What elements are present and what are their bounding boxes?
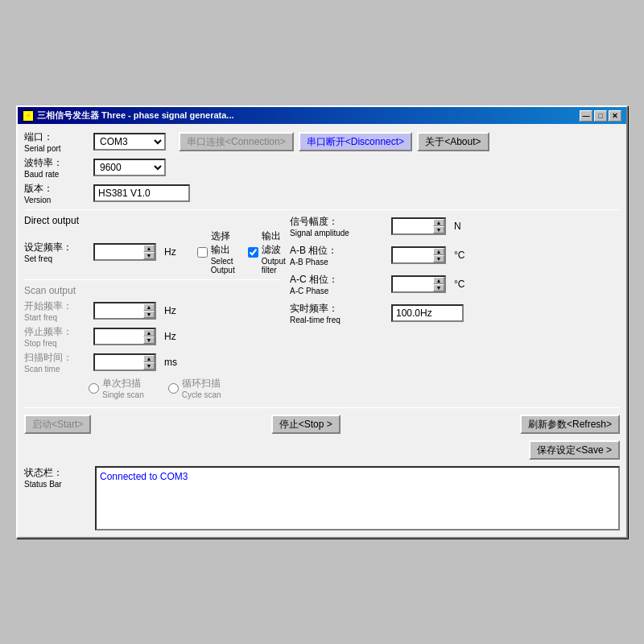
realtime-label-en: Real-time freq [290, 316, 386, 324]
about-button[interactable]: 关于<About> [417, 132, 489, 151]
title-bar: ⚡ 三相信号发生器 Three - phase signal generata.… [18, 107, 626, 124]
status-text-box: Connected to COM3 [95, 466, 620, 530]
direct-output-label: Direct output [24, 215, 282, 226]
start-freq-label-cn: 开始频率： [24, 299, 89, 313]
stop-freq-down-button[interactable]: ▼ [143, 336, 155, 344]
scan-time-label-cn: 扫描时间： [24, 351, 89, 365]
ac-phase-label-en: A-C Phase [290, 287, 386, 295]
ab-phase-down-button[interactable]: ▼ [433, 255, 444, 262]
ac-phase-input[interactable]: 240 [393, 277, 433, 291]
realtime-freq-row: 实时频率： Real-time freq 100.0Hz [290, 302, 620, 324]
main-window: ⚡ 三相信号发生器 Three - phase signal generata.… [16, 105, 628, 539]
port-label-group: 端口： Serial port [24, 130, 89, 153]
stop-freq-spinbox-buttons: ▲ ▼ [143, 329, 155, 344]
select-output-checkbox[interactable] [197, 247, 208, 258]
ac-phase-spinbox: 240 ▲ ▼ [391, 275, 446, 293]
minimize-button[interactable]: — [580, 110, 592, 122]
single-scan-group: 单次扫描 Single scan [89, 377, 144, 399]
scan-mode-row: 单次扫描 Single scan 循环扫描 Cycle scan [24, 377, 282, 399]
scan-time-row: 扫描时间： Scan time 5000 ▲ ▼ ms [24, 351, 282, 374]
ab-phase-spinbox: 120 ▲ ▼ [391, 246, 446, 264]
set-freq-down-button[interactable]: ▼ [143, 252, 155, 259]
start-freq-spinbox: 100.0 ▲ ▼ [93, 302, 156, 320]
ab-phase-input[interactable]: 120 [393, 248, 433, 262]
amplitude-up-button[interactable]: ▲ [433, 219, 444, 226]
title-controls: — □ ✕ [580, 110, 621, 122]
ac-phase-label-cn: A-C 相位： [290, 273, 386, 287]
realtime-value: 100.0Hz [391, 304, 464, 322]
right-panel: 信号幅度： Signal amplitude 60 ▲ ▼ N [290, 215, 620, 402]
baud-select[interactable]: 9600 4800 19200 38400 [93, 159, 166, 176]
status-label-cn: 状态栏： [24, 466, 89, 480]
select-output-label-cn: 选择输出 [211, 229, 235, 257]
output-filter-row: 输出滤波 Output filter [248, 229, 286, 275]
port-select[interactable]: COM3 COM1 COM2 COM4 [93, 133, 166, 151]
select-output-row: 选择输出 Select Output [197, 229, 235, 275]
set-freq-unit: Hz [164, 246, 176, 258]
title-bar-left: ⚡ 三相信号发生器 Three - phase signal generata.… [23, 109, 234, 122]
start-freq-spinbox-buttons: ▲ ▼ [143, 303, 155, 318]
save-button[interactable]: 保存设定<Save > [529, 440, 620, 460]
stop-freq-unit: Hz [164, 331, 176, 342]
left-panel: Direct output 设定频率： Set freq 100.0 ▲ ▼ [24, 215, 282, 402]
cycle-scan-radio[interactable] [168, 383, 179, 394]
close-button[interactable]: ✕ [609, 110, 621, 122]
stop-freq-label-en: Stop freq [24, 339, 89, 348]
set-freq-input[interactable]: 100.0 [95, 245, 143, 259]
realtime-freq-label-group: 实时频率： Real-time freq [290, 302, 386, 324]
select-output-label-en: Select Output [211, 257, 235, 275]
single-scan-radio[interactable] [89, 383, 99, 394]
stop-freq-up-button[interactable]: ▲ [143, 329, 155, 336]
port-label-cn: 端口： [24, 130, 89, 144]
ab-phase-label-group: A-B 相位： A-B Phase [290, 244, 386, 266]
scan-time-up-button[interactable]: ▲ [143, 355, 155, 362]
start-freq-label-group: 开始频率： Start freq [24, 299, 89, 322]
stop-freq-label-cn: 停止频率： [24, 325, 89, 339]
ab-phase-label-cn: A-B 相位： [290, 244, 386, 258]
scan-time-spinbox: 5000 ▲ ▼ [93, 353, 156, 371]
ab-phase-up-button[interactable]: ▲ [433, 248, 444, 255]
single-scan-label-en: Single scan [102, 390, 144, 399]
amplitude-input[interactable]: 60 [393, 219, 433, 233]
start-freq-row: 开始频率： Start freq 100.0 ▲ ▼ Hz [24, 299, 282, 322]
start-freq-input[interactable]: 100.0 [95, 303, 143, 318]
ac-phase-label-group: A-C 相位： A-C Phase [290, 273, 386, 295]
output-filter-label-en: Output filter [262, 257, 286, 275]
scan-time-label-group: 扫描时间： Scan time [24, 351, 89, 374]
port-label-en: Serial port [24, 144, 89, 153]
refresh-button[interactable]: 刷新参数<Refresh> [520, 415, 620, 434]
scan-time-input[interactable]: 5000 [95, 355, 143, 369]
ac-phase-down-button[interactable]: ▼ [433, 284, 444, 291]
amplitude-label-en: Signal amplitude [290, 229, 386, 237]
start-freq-down-button[interactable]: ▼ [143, 311, 155, 318]
baud-label-en: Baud rate [24, 170, 89, 179]
amplitude-down-button[interactable]: ▼ [433, 226, 444, 233]
scan-time-spinbox-buttons: ▲ ▼ [143, 355, 155, 369]
baud-row: 波特率： Baud rate 9600 4800 19200 38400 [24, 156, 620, 179]
ab-phase-row: A-B 相位： A-B Phase 120 ▲ ▼ °C [290, 244, 620, 266]
scan-time-unit: ms [164, 357, 177, 368]
connect-button[interactable]: 串口连接<Connection> [179, 132, 294, 151]
set-freq-up-button[interactable]: ▲ [143, 245, 155, 252]
start-freq-up-button[interactable]: ▲ [143, 303, 155, 311]
bottom-buttons-row1: 启动<Start> 停止<Stop > 刷新参数<Refresh> [24, 415, 620, 434]
start-button[interactable]: 启动<Start> [24, 415, 91, 434]
set-freq-spinbox-buttons: ▲ ▼ [143, 245, 155, 259]
scan-time-down-button[interactable]: ▼ [143, 362, 155, 369]
stop-button[interactable]: 停止<Stop > [271, 415, 341, 434]
scan-time-label-en: Scan time [24, 365, 89, 374]
ac-phase-unit: °C [454, 279, 464, 290]
cycle-scan-group: 循环扫描 Cycle scan [168, 377, 221, 399]
version-value: HS381 V1.0 [93, 184, 190, 202]
set-freq-label-en: Set freq [24, 254, 89, 263]
single-scan-label-cn: 单次扫描 [102, 377, 144, 390]
stop-freq-input[interactable]: 2000.0 [95, 329, 143, 344]
ac-phase-up-button[interactable]: ▲ [433, 277, 444, 284]
ab-phase-spinbox-buttons: ▲ ▼ [433, 248, 444, 262]
restore-button[interactable]: □ [594, 110, 607, 122]
disconnect-button[interactable]: 串口断开<Disconnect> [299, 132, 412, 151]
window-title: 三相信号发生器 Three - phase signal generata... [37, 109, 234, 122]
output-filter-checkbox[interactable] [248, 247, 258, 258]
scan-output-label: Scan output [24, 285, 282, 296]
amplitude-unit: N [454, 221, 461, 232]
